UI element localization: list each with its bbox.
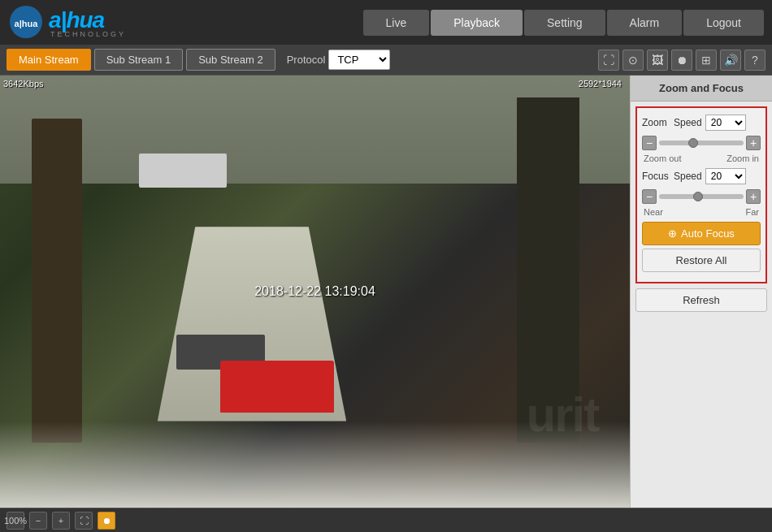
zoom-speed-label: Speed [674, 117, 702, 128]
protocol-label: Protocol [287, 54, 326, 66]
record-icon[interactable]: ⏺ [671, 50, 692, 71]
zoom-in-label: Zoom in [726, 154, 759, 163]
svg-text:a|hua: a|hua [15, 19, 39, 28]
protocol-select[interactable]: TCP UDP [328, 50, 390, 70]
nav-alarm[interactable]: Alarm [607, 10, 683, 36]
zoom-label: Zoom [642, 117, 670, 128]
video-bitrate: 3642Kbps [3, 79, 44, 89]
zoom-in-bottom-button[interactable]: + [52, 512, 70, 530]
scene-car-white [139, 154, 228, 188]
restore-all-button[interactable]: Restore All [642, 249, 761, 272]
right-panel: Zoom and Focus Zoom Speed 20 123510 − + [630, 76, 772, 508]
sub-stream-1-button[interactable]: Sub Stream 1 [94, 49, 184, 71]
zoom-out-label: Zoom out [644, 154, 681, 163]
dahua-logo-icon: a|hua [8, 4, 45, 41]
fullscreen-bottom-button[interactable]: ⛶ [75, 512, 93, 530]
zoom-level-display: 100% [7, 512, 24, 530]
stream-icons: ⛶ ⊙ 🖼 ⏺ ⊞ 🔊 ? [598, 50, 765, 71]
logo-subtitle: TECHNOLOGY [49, 30, 126, 38]
zoom-control-row: Zoom Speed 20 123510 [642, 115, 761, 131]
focus-minus-button[interactable]: − [642, 189, 657, 204]
focus-slider-row: − + [642, 189, 761, 204]
zoom-minus-button[interactable]: − [642, 136, 657, 150]
bottom-bar: 100% − + ⛶ ⏺ [0, 508, 772, 532]
logo-text-group: a|hua TECHNOLOGY [49, 7, 126, 38]
sub-stream-2-button[interactable]: Sub Stream 2 [186, 49, 275, 71]
auto-focus-icon: ⊕ [668, 227, 677, 240]
focus-control-row: Focus Speed 20 123510 [642, 168, 761, 184]
nav-playback[interactable]: Playback [431, 10, 523, 36]
zoom-slider-thumb[interactable] [688, 138, 698, 148]
stream-bar: Main Stream Sub Stream 1 Sub Stream 2 Pr… [0, 45, 772, 76]
focus-slider-thumb[interactable] [693, 192, 703, 201]
panel-title: Zoom and Focus [631, 76, 772, 102]
zoom-slider-row: − + [642, 136, 761, 150]
zoom-focus-box: Zoom Speed 20 123510 − + Zoom out Zoom i… [635, 106, 767, 283]
zoom-out-bottom-button[interactable]: − [29, 512, 47, 530]
record-bottom-button[interactable]: ⏺ [98, 512, 115, 530]
focus-slider-track[interactable] [659, 194, 744, 199]
zoom-speed-select[interactable]: 20 123510 [705, 115, 746, 131]
video-resolution: 2592*1944 [579, 79, 622, 89]
scene-tree-left [32, 119, 82, 443]
focus-speed-label: Speed [674, 171, 702, 182]
focus-plus-button[interactable]: + [746, 189, 761, 204]
zoom-slider-labels: Zoom out Zoom in [642, 154, 761, 163]
zoom-plus-button[interactable]: + [746, 136, 761, 150]
help-icon[interactable]: ? [744, 50, 765, 71]
content-area: urit 3642Kbps 2592*1944 2018-12-22 13:19… [0, 76, 772, 508]
nav-setting[interactable]: Setting [524, 10, 605, 36]
logo: a|hua a|hua TECHNOLOGY [8, 4, 126, 41]
scene-tree-right [517, 97, 580, 443]
focus-speed-select[interactable]: 20 123510 [705, 168, 746, 184]
video-area: urit 3642Kbps 2592*1944 2018-12-22 13:19… [0, 76, 630, 508]
video-timestamp: 2018-12-22 13:19:04 [254, 284, 375, 299]
audio-icon[interactable]: 🔊 [720, 50, 741, 71]
nav-live[interactable]: Live [363, 10, 430, 36]
nav-logout[interactable]: Logout [683, 10, 764, 36]
fullscreen-icon[interactable]: ⛶ [598, 50, 619, 71]
far-label: Far [746, 207, 760, 217]
focus-slider-labels: Near Far [642, 207, 761, 217]
header: a|hua a|hua TECHNOLOGY Live Playback Set… [0, 0, 772, 45]
focus-label: Focus [642, 171, 670, 182]
auto-focus-label: Auto Focus [681, 227, 735, 240]
main-stream-button[interactable]: Main Stream [7, 49, 91, 71]
snapshot-icon[interactable]: ⊙ [622, 50, 644, 71]
zoom-slider-track[interactable] [659, 141, 744, 145]
near-label: Near [644, 207, 663, 217]
main-nav: Live Playback Setting Alarm Logout [363, 10, 764, 36]
scene-snow [0, 422, 630, 508]
scene-car-red [220, 361, 334, 413]
image-icon[interactable]: 🖼 [647, 50, 668, 71]
splitscreen-icon[interactable]: ⊞ [696, 50, 717, 71]
refresh-button[interactable]: Refresh [635, 288, 767, 312]
logo-brand: a|hua [49, 7, 104, 32]
auto-focus-button[interactable]: ⊕ Auto Focus [642, 222, 761, 245]
